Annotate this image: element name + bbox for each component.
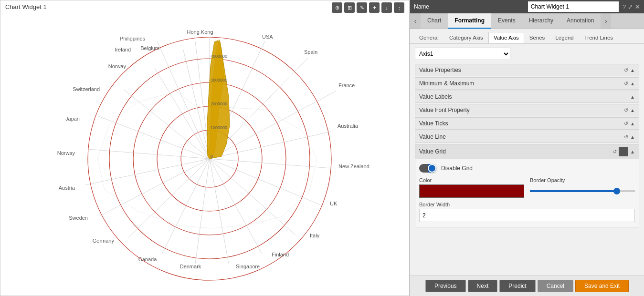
svg-text:Canada: Canada [138,256,157,262]
tab-chart[interactable]: Chart [421,13,448,29]
edit-icon[interactable]: ✎ [357,2,367,13]
color-label: Color [419,177,524,183]
svg-text:Italy: Italy [310,233,320,238]
svg-text:Japan: Japan [65,116,80,122]
predict-button[interactable]: Predict [499,280,535,292]
download-icon[interactable]: ↓ [381,2,392,13]
chevron-up-icon[interactable]: ▲ [630,68,635,73]
prop-section-value-grid-header[interactable]: Value Grid ↺ ▲ [415,144,639,159]
prop-section-value-line-header[interactable]: Value Line ↺ ▲ [415,131,639,143]
svg-line-18 [100,159,210,216]
resize-icon[interactable]: ⤢ [628,3,633,10]
subtab-trend-lines[interactable]: Trend Lines [579,32,618,43]
toggle-knob [428,164,436,173]
panel-header: Name ? ⤢ ✕ [410,0,644,13]
svg-line-20 [88,149,210,159]
prop-section-value-labels-header[interactable]: Value Labels ▲ [415,91,639,102]
chevron-up-icon-3[interactable]: ▲ [630,94,635,100]
help-icon[interactable]: ? [623,3,626,10]
svg-line-10 [210,159,331,168]
panel-name-input[interactable] [528,1,619,12]
more-icon[interactable]: ⋮ [394,2,404,13]
border-width-label: Border Width [419,202,635,207]
tab-next-nav[interactable]: › [601,13,611,29]
prop-section-value-ticks-header[interactable]: Value Ticks ↺ ▲ [415,118,639,129]
subtab-category-axis[interactable]: Category Axis [444,32,488,43]
disable-grid-row: Disable Grid [419,164,635,173]
svg-text:Hong Kong: Hong Kong [187,29,213,35]
value-font-title: Value Font Property [419,107,470,113]
color-opacity-row: Color Border Opacity [419,177,635,198]
cancel-button[interactable]: Cancel [538,280,573,292]
chevron-up-icon-4[interactable]: ▲ [630,108,635,113]
reset-icon-3[interactable]: ↺ [624,107,628,113]
chart-toolbar: ⊕ ⊞ ✎ ✦ ↓ ⋮ [332,2,404,13]
chart-panel: Chart Widget 1 ⊕ ⊞ ✎ ✦ ↓ ⋮ [0,0,410,296]
reset-icon-6[interactable]: ↺ [612,149,617,155]
axis-dropdown[interactable]: Axis1 Axis2 [415,48,510,60]
reset-icon[interactable]: ↺ [624,67,628,73]
prop-section-value-font: Value Font Property ↺ ▲ [415,104,639,116]
svg-text:Belgium: Belgium [140,45,159,51]
chevron-up-icon-2[interactable]: ▲ [630,81,635,86]
subtab-legend[interactable]: Legend [550,32,579,43]
prop-section-value-grid: Value Grid ↺ ▲ Disable Grid [415,144,639,227]
chevron-up-icon-6[interactable]: ▲ [630,134,635,140]
next-button[interactable]: Next [468,280,498,292]
disable-grid-toggle[interactable] [419,164,436,173]
svg-text:Philippines: Philippines [120,36,146,41]
chart-body: 0 1000000 2000000 3000000 4000000 Hong K… [0,13,409,294]
close-icon[interactable]: ✕ [635,3,640,10]
prop-section-value-properties: Value Properties ↺ ▲ [415,64,639,76]
reset-icon-4[interactable]: ↺ [624,121,628,127]
svg-text:4000000: 4000000 [211,54,227,59]
svg-text:France: France [338,82,355,88]
prop-section-value-labels: Value Labels ▲ [415,91,639,103]
min-max-title: Minimum & Maximum [419,80,474,87]
svg-line-22 [124,90,210,159]
border-opacity-slider[interactable] [530,190,635,192]
color-swatch-small[interactable] [619,147,628,156]
subtab-value-axis[interactable]: Value Axis [488,32,524,43]
value-grid-icons: ↺ ▲ [612,147,635,156]
tab-events[interactable]: Events [491,13,522,29]
chevron-up-icon-5[interactable]: ▲ [630,121,635,126]
border-opacity-group: Border Opacity [530,177,635,198]
value-font-icons: ↺ ▲ [624,107,635,113]
reset-icon-2[interactable]: ↺ [624,81,628,87]
prop-section-value-font-header[interactable]: Value Font Property ↺ ▲ [415,104,639,116]
prop-section-min-max-header[interactable]: Minimum & Maximum ↺ ▲ [415,78,639,89]
svg-marker-27 [97,91,317,228]
value-labels-title: Value Labels [419,93,452,100]
chevron-up-icon-7[interactable]: ▲ [630,149,635,154]
svg-text:USA: USA [262,34,273,40]
svg-line-17 [128,159,210,237]
settings-icon[interactable]: ✦ [369,2,380,13]
tab-prev-nav[interactable]: ‹ [410,13,421,29]
value-labels-icons: ▲ [630,94,635,100]
tab-hierarchy[interactable]: Hierarchy [522,13,560,29]
tab-formatting[interactable]: Formatting [448,13,491,29]
border-width-group: Border Width [419,202,635,222]
axis-selector-row: Axis1 Axis2 [410,44,644,64]
svg-line-13 [210,159,262,254]
min-max-icons: ↺ ▲ [624,81,635,87]
tab-annotation[interactable]: Annotation [560,13,601,29]
color-swatch[interactable] [419,184,524,198]
prop-section-value-properties-header[interactable]: Value Properties ↺ ▲ [415,64,639,76]
value-ticks-icons: ↺ ▲ [624,121,635,127]
previous-button[interactable]: Previous [425,280,466,292]
svg-text:3000000: 3000000 [211,78,227,82]
move-icon[interactable]: ⊕ [332,2,342,13]
panel-subtabs: General Category Axis Value Axis Series … [410,29,644,44]
panel-footer: Previous Next Predict Cancel Save and Ex… [410,276,644,296]
svg-text:1000000: 1000000 [211,125,227,130]
save-exit-button[interactable]: Save and Exit [575,280,629,292]
border-width-input[interactable] [419,209,635,222]
radar-chart: 0 1000000 2000000 3000000 4000000 Hong K… [9,20,401,287]
svg-text:UK: UK [330,201,338,206]
subtab-general[interactable]: General [414,32,444,43]
link-icon[interactable]: ⊞ [344,2,355,13]
reset-icon-5[interactable]: ↺ [624,134,628,140]
subtab-series[interactable]: Series [524,32,550,43]
